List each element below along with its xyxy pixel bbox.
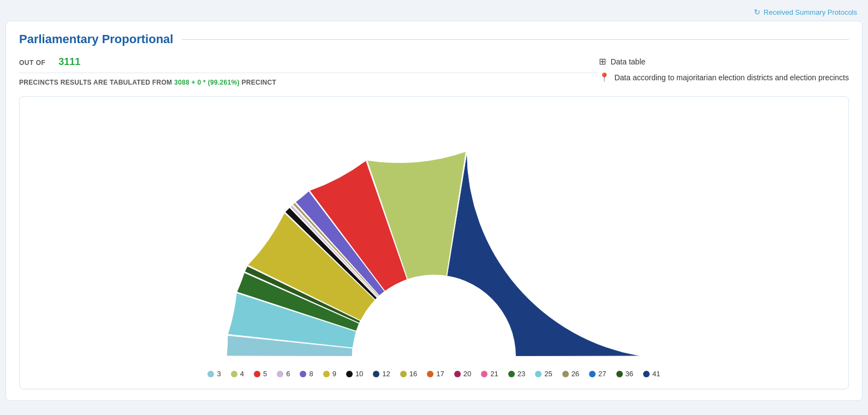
legend-item-26: 26 <box>562 370 579 378</box>
legend-label-21: 21 <box>490 370 498 378</box>
legend-item-25: 25 <box>535 370 552 378</box>
legend-label-16: 16 <box>409 370 417 378</box>
legend-label-10: 10 <box>355 370 363 378</box>
card-header: Parliamentary Proportional <box>19 32 849 46</box>
precincts-count: 3088 + 0 <box>174 79 201 86</box>
refresh-icon: ↻ <box>754 8 760 16</box>
legend-item-12: 12 <box>373 370 390 378</box>
legend-dot-5 <box>254 371 260 377</box>
out-of-label: OUT OF <box>19 56 45 69</box>
legend-dot-25 <box>535 371 542 377</box>
legend-dot-21 <box>481 371 487 377</box>
legend-row: 345689101216172021232526273641 <box>207 370 660 380</box>
legend-label-23: 23 <box>518 370 525 378</box>
legend-label-41: 41 <box>652 370 660 378</box>
location-icon: 📍 <box>599 72 610 82</box>
donut-chart <box>52 105 816 362</box>
legend-label-5: 5 <box>263 370 267 378</box>
legend-dot-4 <box>231 371 237 377</box>
legend-item-27: 27 <box>589 370 606 378</box>
bottom-cover <box>221 357 647 362</box>
legend-label-20: 20 <box>463 370 471 378</box>
table-icon: ⊞ <box>599 56 606 67</box>
legend-dot-17 <box>427 371 433 377</box>
legend-dot-27 <box>589 371 596 377</box>
legend-label-8: 8 <box>309 370 313 378</box>
legend-dot-3 <box>207 371 214 377</box>
legend-dot-20 <box>454 371 461 377</box>
legend-dot-23 <box>508 371 515 377</box>
legend-item-23: 23 <box>508 370 525 378</box>
legend-item-5: 5 <box>254 370 267 378</box>
legend-label-12: 12 <box>382 370 390 378</box>
legend-label-6: 6 <box>286 370 290 378</box>
legend-label-36: 36 <box>626 370 633 378</box>
legend-dot-10 <box>346 371 353 377</box>
chart-container: 345689101216172021232526273641 <box>19 96 849 389</box>
out-of-row: OUT OF 3111 <box>19 56 599 69</box>
legend-dot-36 <box>616 371 623 377</box>
legend-item-20: 20 <box>454 370 471 378</box>
legend-item-17: 17 <box>427 370 444 378</box>
legend-item-21: 21 <box>481 370 498 378</box>
semichart-wrap <box>28 105 840 362</box>
page-container: ↻ Received Summary Protocols Parliamenta… <box>5 5 863 401</box>
top-bar: ↻ Received Summary Protocols <box>5 5 863 21</box>
legend-item-41: 41 <box>643 370 660 378</box>
legend-label-25: 25 <box>544 370 552 378</box>
legend-label-3: 3 <box>217 370 221 378</box>
right-meta: ⊞ Data table 📍 Data according to majorit… <box>599 56 849 82</box>
data-table-label: Data table <box>610 57 645 66</box>
legend-item-6: 6 <box>277 370 290 378</box>
legend-item-3: 3 <box>207 370 221 378</box>
legend-dot-8 <box>300 371 306 377</box>
legend-dot-26 <box>562 371 569 377</box>
received-protocols-link[interactable]: Received Summary Protocols <box>764 8 857 16</box>
out-of-value: 3111 <box>58 56 80 68</box>
precincts-row: PRECINCTS RESULTS ARE TABULATED FROM 308… <box>19 79 599 86</box>
legend-item-9: 9 <box>323 370 336 378</box>
legend-label-9: 9 <box>332 370 336 378</box>
legend-dot-41 <box>643 371 650 377</box>
legend-dot-6 <box>277 371 283 377</box>
legend-item-36: 36 <box>616 370 633 378</box>
legend-dot-12 <box>373 371 379 377</box>
data-map-label: Data according to majoritarian election … <box>614 73 849 82</box>
legend-dot-9 <box>323 371 330 377</box>
legend-item-4: 4 <box>231 370 244 378</box>
legend-dot-16 <box>400 371 407 377</box>
data-table-item[interactable]: ⊞ Data table <box>599 56 849 67</box>
legend-label-26: 26 <box>572 370 579 378</box>
legend-item-8: 8 <box>300 370 313 378</box>
data-map-item[interactable]: 📍 Data according to majoritarian electio… <box>599 72 849 82</box>
legend-item-16: 16 <box>400 370 417 378</box>
legend-label-17: 17 <box>436 370 444 378</box>
stat-divider <box>19 73 599 73</box>
main-card: Parliamentary Proportional OUT OF 3111 P… <box>5 21 863 401</box>
legend-label-27: 27 <box>598 370 606 378</box>
header-divider <box>182 39 849 40</box>
page-title: Parliamentary Proportional <box>19 32 173 46</box>
legend-item-10: 10 <box>346 370 363 378</box>
legend-label-4: 4 <box>240 370 244 378</box>
